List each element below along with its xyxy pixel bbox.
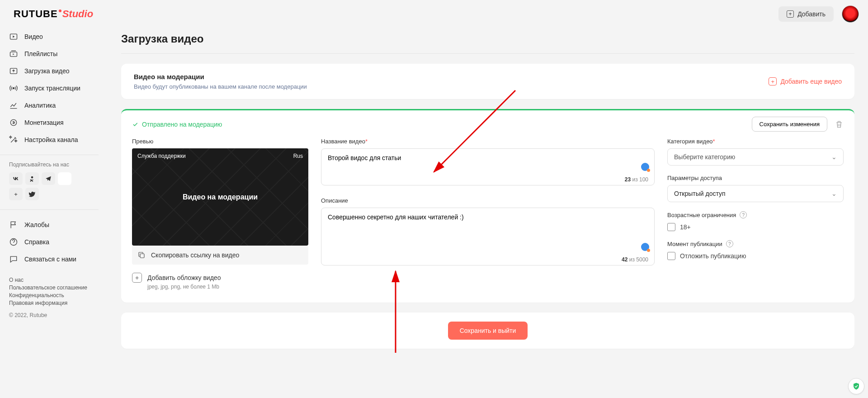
thumb-top-left: Служба поддержки (137, 153, 186, 159)
footer-terms[interactable]: Пользовательское соглашение (9, 284, 90, 291)
app-header: RUTUBE Studio + Добавить (0, 0, 868, 28)
sidebar-item-label: Настройка канала (24, 136, 78, 143)
sidebar-item-playlists[interactable]: Плейлисты (0, 45, 99, 62)
social-row (0, 172, 99, 188)
video-form-card: Отправлено на модерацию Сохранить измене… (121, 109, 854, 303)
access-label: Параметры доступа (667, 175, 844, 181)
sidebar-item-label: Справка (24, 238, 49, 246)
moderation-header: Видео на модерации Видео будут опубликов… (121, 64, 854, 99)
checkbox-icon (667, 252, 675, 260)
sidebar-item-label: Загрузка видео (24, 67, 70, 75)
video-status-bar: Отправлено на модерацию Сохранить измене… (121, 110, 854, 138)
sidebar-item-contact[interactable]: Связаться с нами (0, 251, 99, 268)
page-title: Загрузка видео (121, 33, 854, 54)
sidebar: Видео Плейлисты Загрузка видео Запуск тр… (0, 28, 99, 398)
help-icon[interactable]: ? (740, 211, 747, 218)
add-button-label: Добавить (797, 10, 826, 18)
logo-dot-icon (59, 9, 61, 12)
title-input[interactable] (321, 148, 655, 185)
logo-text-main: RUTUBE (14, 8, 58, 20)
category-label: Категория видео* (667, 138, 844, 145)
footer-privacy[interactable]: Конфиденциальность (9, 292, 90, 298)
trash-icon[interactable] (835, 120, 844, 129)
logo-text-sub: Studio (62, 8, 93, 20)
age-checkbox-row[interactable]: 18+ (667, 223, 844, 231)
copy-link-button[interactable]: Скопировать ссылку на видео (132, 246, 308, 265)
divider (0, 155, 99, 155)
age-label: Возрастные ограничения (667, 212, 736, 218)
help-icon[interactable]: ? (726, 240, 733, 247)
ok-icon[interactable] (25, 172, 39, 185)
vk-icon[interactable] (9, 172, 23, 185)
telegram-icon[interactable] (42, 172, 55, 185)
category-select[interactable]: Выберите категорию ⌄ (667, 148, 844, 166)
age-checkbox-label: 18+ (680, 223, 691, 231)
sidebar-item-stream[interactable]: Запуск трансляции (0, 80, 99, 97)
add-cover-button[interactable]: + Добавить обложку видео (132, 273, 308, 283)
plus-square-icon: + (132, 273, 142, 283)
side-column: Категория видео* Выберите категорию ⌄ Па… (667, 138, 844, 290)
chevron-down-icon: ⌄ (831, 153, 837, 161)
sidebar-item-monetization[interactable]: Монетизация (0, 114, 99, 131)
ai-badge-icon[interactable] (641, 163, 649, 171)
subscribe-title: Подписывайтесь на нас (0, 161, 99, 172)
broadcast-icon (9, 84, 18, 93)
play-rect-icon (9, 32, 18, 41)
access-select[interactable]: Открытый доступ ⌄ (667, 185, 844, 202)
svg-point-5 (31, 176, 33, 179)
copyright: © 2022, Rutube (0, 308, 99, 323)
sidebar-item-complaints[interactable]: Жалобы (0, 216, 99, 233)
checkbox-icon (667, 223, 675, 231)
shield-check-icon (852, 382, 860, 390)
add-more-video-button[interactable]: + Добавить еще видео (769, 77, 842, 85)
flag-icon (9, 220, 18, 229)
avatar[interactable] (842, 5, 859, 23)
sidebar-item-help[interactable]: Справка (0, 233, 99, 251)
main-content: Загрузка видео Видео на модерации Видео … (99, 28, 868, 398)
sidebar-item-label: Монетизация (24, 119, 64, 126)
title-label: Название видео* (321, 138, 655, 145)
defer-checkbox-label: Отложить публикацию (680, 252, 746, 260)
fields-column: Название видео* 23 из 100 Описание 42 из… (321, 138, 655, 290)
sidebar-item-label: Видео (24, 33, 43, 40)
svg-rect-7 (140, 254, 144, 258)
divider (0, 209, 99, 210)
sidebar-item-upload[interactable]: Загрузка видео (0, 62, 99, 80)
thumb-overlay-text: Видео на модерации (183, 193, 258, 201)
defer-checkbox-row[interactable]: Отложить публикацию (667, 252, 844, 260)
security-shield-badge[interactable] (848, 378, 864, 394)
monetization-icon (9, 118, 18, 127)
preview-column: Превью Служба поддержки Rus Видео на мод… (132, 138, 308, 290)
description-input[interactable] (321, 208, 655, 265)
copy-link-label: Скопировать ссылку на видео (151, 251, 239, 259)
add-button[interactable]: + Добавить (778, 6, 834, 22)
ai-badge-icon[interactable] (641, 243, 649, 251)
logo[interactable]: RUTUBE Studio (14, 8, 93, 20)
sidebar-item-settings[interactable]: Настройка канала (0, 131, 99, 148)
add-cover-label: Добавить обложку видео (147, 274, 221, 281)
video-thumbnail[interactable]: Служба поддержки Rus Видео на модерации (132, 148, 308, 246)
sidebar-item-label: Связаться с нами (24, 256, 76, 263)
analytics-icon (9, 101, 18, 110)
social-more[interactable] (58, 172, 71, 185)
category-placeholder: Выберите категорию (674, 153, 735, 161)
save-changes-button[interactable]: Сохранить изменения (752, 117, 828, 132)
moderation-card: Видео на модерации Видео будут опубликов… (121, 64, 854, 99)
plus-icon[interactable]: + (9, 188, 23, 200)
desc-label: Описание (321, 197, 655, 204)
status-text: Отправлено на модерацию (142, 121, 222, 128)
footer-links: О нас Пользовательское соглашение Конфид… (0, 268, 99, 308)
sidebar-item-analytics[interactable]: Аналитика (0, 97, 99, 114)
add-cover-hint: jpeg, jpg, png, не более 1 Mb (147, 284, 308, 290)
status-badge: Отправлено на модерацию (132, 121, 222, 128)
twitter-icon[interactable] (25, 188, 39, 200)
copy-icon (137, 251, 146, 259)
moderation-subtitle: Видео будут опубликованы на вашем канале… (134, 83, 307, 90)
save-exit-button[interactable]: Сохранить и выйти (448, 322, 528, 340)
footer-legal[interactable]: Правовая информация (9, 300, 90, 306)
chat-icon (9, 255, 18, 264)
sidebar-item-video[interactable]: Видео (0, 28, 99, 45)
desc-counter: 42 из 5000 (622, 256, 648, 263)
sidebar-item-label: Запуск трансляции (24, 85, 80, 92)
footer-about[interactable]: О нас (9, 277, 90, 283)
